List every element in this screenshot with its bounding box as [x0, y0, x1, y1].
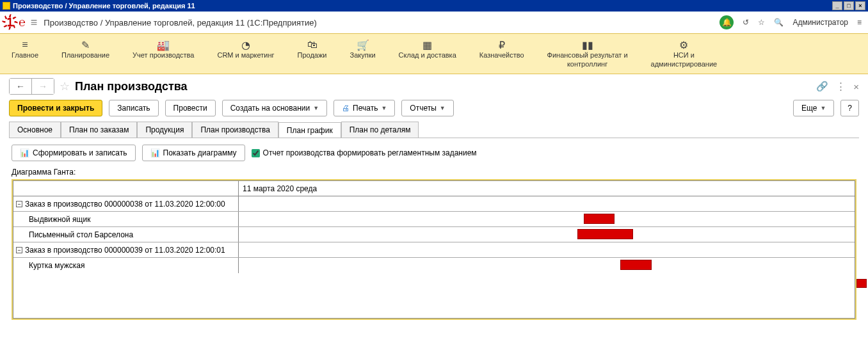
pie-icon: ◔	[217, 39, 274, 51]
page-title: План производства	[75, 80, 188, 93]
gantt-row-label: −Заказ в производство 000000038 от 11.03…	[13, 196, 239, 211]
history-icon[interactable]: ↺	[743, 18, 749, 27]
gantt-row-timeline	[239, 258, 855, 273]
gantt-row-timeline	[239, 212, 855, 226]
chevron-down-icon: ▼	[381, 105, 387, 111]
gantt-row[interactable]: Куртка мужская	[13, 258, 855, 273]
search-icon[interactable]: 🔍	[774, 18, 784, 27]
show-diagram-button[interactable]: 📊Показать диаграмму	[142, 145, 245, 161]
nav-forward-button[interactable]: →	[31, 79, 54, 94]
tab-2[interactable]: Продукция	[137, 122, 192, 138]
form-and-save-button[interactable]: 📊Сформировать и записать	[12, 145, 136, 161]
section-treasury[interactable]: ₽Казначейство	[468, 36, 536, 71]
section-crm[interactable]: ◔CRM и маркетинг	[205, 36, 285, 71]
gantt-row-label: Куртка мужская	[13, 258, 239, 273]
section-production[interactable]: 🏭Учет производства	[121, 36, 205, 71]
collapse-icon[interactable]: −	[16, 201, 22, 207]
gantt-head-date: 11 марта 2020 среда	[239, 181, 855, 196]
bag-icon: 🛍	[298, 39, 327, 51]
post-and-close-button[interactable]: Провести и закрыть	[9, 100, 102, 116]
action-bar: Провести и закрыть Записать Провести Соз…	[0, 99, 868, 122]
star-icon[interactable]: ☆	[60, 79, 70, 93]
notifications-icon[interactable]: 🔔	[719, 15, 734, 29]
gantt-bar[interactable]	[584, 214, 615, 224]
print-button[interactable]: 🖨Печать▼	[334, 100, 395, 116]
tab-content: 📊Сформировать и записать 📊Показать диагр…	[9, 138, 859, 326]
gantt-bar[interactable]	[620, 260, 651, 270]
window-restore-button[interactable]: □	[844, 1, 854, 10]
gantt-row-label: Письменный стол Барселона	[13, 227, 239, 242]
chart-icon: 📊	[150, 148, 160, 157]
section-finance[interactable]: ▮▮Финансовый результат и контроллинг	[536, 36, 639, 71]
link-icon[interactable]: 🔗	[816, 81, 828, 92]
gantt-title: Диаграмма Ганта:	[12, 168, 856, 177]
page-nav-row: ← → ☆ План производства 🔗 ⋮ ×	[0, 74, 868, 99]
kebab-menu-icon[interactable]: ⋮	[836, 81, 846, 92]
section-main[interactable]: ≡Главное	[0, 36, 50, 71]
app-header: 1҉℮ ≡ Производство / Управление торговле…	[0, 12, 868, 34]
more-button[interactable]: Еще▼	[793, 100, 834, 116]
section-warehouse[interactable]: ▦Склад и доставка	[387, 36, 468, 71]
section-admin[interactable]: ⚙НСИ и администрирование	[639, 36, 729, 71]
create-based-on-button[interactable]: Создать на основании▼	[222, 100, 327, 116]
app-menu-icon[interactable]: ≡	[857, 18, 862, 27]
section-planning[interactable]: ✎Планирование	[50, 36, 121, 71]
app-logo-icon	[3, 2, 10, 10]
gantt-row-label: Выдвижной ящик	[13, 212, 239, 226]
chevron-down-icon: ▼	[440, 105, 446, 111]
gantt-row[interactable]: Письменный стол Барселона	[13, 227, 855, 242]
post-button[interactable]: Провести	[165, 100, 216, 116]
tab-0[interactable]: Основное	[9, 122, 61, 138]
user-label[interactable]: Администратор	[792, 18, 848, 27]
legend-square	[856, 279, 867, 288]
gantt-row-label: −Заказ в производство 000000039 от 11.03…	[13, 242, 239, 257]
chart-icon: 📊	[20, 148, 29, 157]
nav-back-button[interactable]: ←	[10, 79, 31, 94]
boxes-icon: ▦	[399, 39, 456, 51]
hamburger-menu-icon[interactable]: ≡	[31, 16, 38, 29]
checkbox-text: Отчет производства формировать регламент…	[263, 148, 477, 157]
gantt-row-timeline	[239, 227, 855, 242]
reports-button[interactable]: Отчеты▼	[401, 100, 453, 116]
window-titlebar: Производство / Управление торговлей, ред…	[0, 0, 868, 12]
gantt-row-timeline	[239, 242, 855, 257]
gantt-head-left	[13, 181, 238, 196]
tab-4[interactable]: План график	[278, 122, 341, 138]
scheduled-report-checkbox[interactable]	[252, 149, 260, 157]
bars-icon: ▮▮	[547, 39, 628, 51]
gantt-row[interactable]: −Заказ в производство 000000039 от 11.03…	[13, 242, 855, 258]
logo-1c-icon: 1҉℮	[6, 15, 26, 29]
breadcrumb: Производство / Управление торговлей, ред…	[44, 18, 316, 28]
factory-icon: 🏭	[133, 39, 194, 51]
section-toolbar: ≡Главное ✎Планирование 🏭Учет производств…	[0, 34, 868, 74]
collapse-icon[interactable]: −	[16, 247, 22, 253]
help-button[interactable]: ?	[840, 100, 859, 116]
window-close-button[interactable]: ×	[855, 1, 865, 10]
plan-icon: ✎	[61, 39, 109, 51]
window-minimize-button[interactable]: _	[832, 1, 842, 10]
printer-icon: 🖨	[342, 104, 350, 113]
gantt-bar[interactable]	[577, 229, 633, 239]
tab-5[interactable]: План по деталям	[341, 122, 419, 138]
section-sales[interactable]: 🛍Продажи	[286, 36, 339, 71]
close-page-icon[interactable]: ×	[853, 81, 859, 92]
section-purchases[interactable]: 🛒Закупки	[338, 36, 387, 71]
save-button[interactable]: Записать	[109, 100, 158, 116]
tab-1[interactable]: План по заказам	[61, 122, 137, 138]
tabs: ОсновноеПлан по заказамПродукцияПлан про…	[0, 122, 868, 138]
chevron-down-icon: ▼	[820, 105, 826, 111]
chevron-down-icon: ▼	[313, 105, 319, 111]
ruble-icon: ₽	[479, 39, 524, 51]
gantt-chart: 11 марта 2020 среда −Заказ в производств…	[12, 179, 856, 320]
lines-icon: ≡	[12, 39, 38, 51]
nav-buttons: ← →	[9, 78, 54, 95]
gantt-row-timeline	[239, 196, 855, 211]
favorite-icon[interactable]: ☆	[758, 18, 765, 27]
gear-icon: ⚙	[651, 39, 718, 51]
tab-3[interactable]: План производства	[192, 122, 278, 138]
gantt-row[interactable]: Выдвижной ящик	[13, 212, 855, 227]
cart-icon: 🛒	[350, 39, 375, 51]
window-title: Производство / Управление торговлей, ред…	[13, 2, 195, 10]
scheduled-report-checkbox-label[interactable]: Отчет производства формировать регламент…	[252, 148, 477, 157]
gantt-row[interactable]: −Заказ в производство 000000038 от 11.03…	[13, 196, 855, 212]
